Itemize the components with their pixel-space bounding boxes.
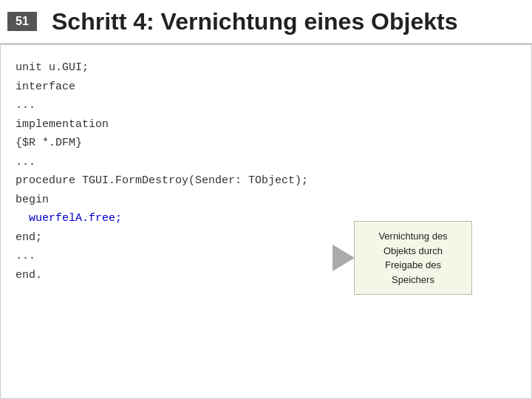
slide-title: Schritt 4: Vernichtung eines Objekts <box>52 8 457 35</box>
slide-header: 51 Schritt 4: Vernichtung eines Objekts <box>0 0 532 44</box>
tooltip-text: Vernichtung des Objekts durch Freigabe d… <box>378 231 447 285</box>
code-line: unit u.GUI; <box>16 58 516 78</box>
arrow-icon <box>332 245 355 271</box>
slide-container: 51 Schritt 4: Vernichtung eines Objekts … <box>0 0 532 399</box>
tooltip-container: Vernichtung des Objekts durch Freigabe d… <box>332 221 472 295</box>
code-line: ... <box>16 96 516 115</box>
code-line: implementation <box>16 115 516 134</box>
code-line: interface <box>16 78 516 97</box>
tooltip-box: Vernichtung des Objekts durch Freigabe d… <box>354 221 472 295</box>
slide-content: unit u.GUI;interface...implementation{$R… <box>0 44 532 399</box>
code-line: begin <box>16 191 516 210</box>
code-line: {$R *.DFM} <box>16 134 516 153</box>
slide-number: 51 <box>7 12 37 31</box>
code-line: ... <box>16 153 516 172</box>
code-line: procedure TGUI.FormDestroy(Sender: TObje… <box>16 171 516 191</box>
